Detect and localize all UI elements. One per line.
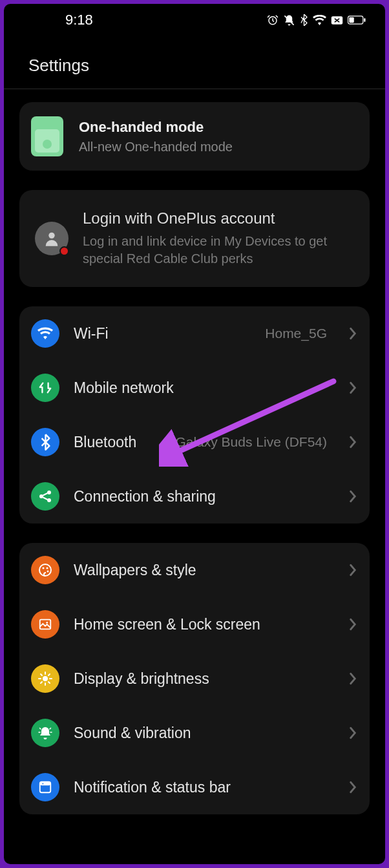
mobile-network-icon	[31, 374, 59, 402]
phone-screen: 9:18 Settings One-handed mode All-new On…	[4, 4, 385, 864]
bluetooth-status-icon	[300, 14, 308, 26]
sound-icon	[31, 719, 59, 747]
battery-icon	[348, 16, 366, 25]
notification-dot	[59, 246, 69, 256]
one-handed-icon	[31, 116, 63, 156]
display-brightness-label: Display & brightness	[74, 670, 209, 688]
mobile-network-label: Mobile network	[74, 379, 174, 397]
display-group: Wallpapers & style Home screen & Lock sc…	[19, 543, 370, 814]
chevron-right-icon	[349, 726, 357, 739]
sound-vibration-row[interactable]: Sound & vibration	[19, 706, 370, 760]
svg-rect-26	[40, 782, 51, 786]
svg-point-7	[39, 494, 43, 498]
wallpapers-icon	[31, 556, 59, 584]
chevron-right-icon	[349, 381, 357, 394]
connection-sharing-icon	[31, 482, 59, 511]
account-subtitle: Log in and link device in My Devices to …	[83, 233, 354, 268]
home-screen-label: Home screen & Lock screen	[74, 616, 260, 633]
chevron-right-icon	[349, 564, 357, 577]
svg-line-23	[41, 682, 42, 683]
svg-point-9	[47, 498, 51, 502]
bluetooth-row[interactable]: Bluetooth Galaxy Buds Live (DF54)	[19, 415, 370, 469]
svg-point-8	[47, 491, 51, 494]
svg-line-22	[48, 682, 50, 683]
notification-status-label: Notification & status bar	[74, 779, 231, 796]
brightness-icon	[31, 664, 59, 693]
svg-line-21	[41, 674, 42, 675]
status-time: 9:18	[65, 12, 93, 28]
svg-point-6	[48, 233, 54, 238]
wallpapers-label: Wallpapers & style	[74, 562, 196, 579]
one-handed-mode-card[interactable]: One-handed mode All-new One-handed mode	[19, 102, 370, 171]
svg-point-11	[43, 567, 45, 569]
svg-line-24	[48, 674, 50, 675]
one-handed-title: One-handed mode	[79, 119, 233, 136]
content: One-handed mode All-new One-handed mode …	[4, 89, 385, 834]
connectivity-group: Wi-Fi Home_5G Mobile network Bluetooth	[19, 306, 370, 524]
sound-vibration-label: Sound & vibration	[74, 725, 191, 742]
svg-rect-5	[364, 18, 365, 22]
wifi-status-icon	[313, 15, 326, 25]
chevron-right-icon	[349, 490, 357, 503]
mobile-network-row[interactable]: Mobile network	[19, 361, 370, 415]
wifi-icon	[31, 319, 59, 348]
wifi-row[interactable]: Wi-Fi Home_5G	[19, 306, 370, 361]
bluetooth-icon	[31, 428, 59, 456]
svg-point-12	[47, 567, 48, 569]
bluetooth-value: Galaxy Buds Live (DF54)	[175, 434, 327, 450]
status-icons	[267, 14, 366, 26]
chevron-right-icon	[349, 618, 357, 631]
alarm-icon	[267, 14, 279, 26]
one-handed-subtitle: All-new One-handed mode	[79, 140, 233, 154]
wallpapers-row[interactable]: Wallpapers & style	[19, 543, 370, 597]
status-bar: 9:18	[4, 4, 385, 36]
svg-point-10	[39, 564, 51, 576]
account-login-card[interactable]: Login with OnePlus account Log in and li…	[19, 190, 370, 287]
bluetooth-label: Bluetooth	[74, 434, 136, 451]
avatar	[35, 222, 68, 255]
connection-sharing-row[interactable]: Connection & sharing	[19, 469, 370, 524]
home-screen-row[interactable]: Home screen & Lock screen	[19, 597, 370, 651]
dnd-icon	[331, 16, 343, 25]
page-title: Settings	[4, 36, 385, 89]
connection-sharing-label: Connection & sharing	[74, 488, 216, 505]
svg-rect-4	[349, 17, 353, 23]
wifi-label: Wi-Fi	[74, 325, 109, 343]
svg-point-15	[46, 622, 48, 624]
account-title: Login with OnePlus account	[83, 209, 354, 228]
home-screen-icon	[31, 610, 59, 639]
chevron-right-icon	[349, 436, 357, 449]
chevron-right-icon	[349, 672, 357, 685]
notification-status-row[interactable]: Notification & status bar	[19, 760, 370, 814]
notification-bar-icon	[31, 773, 59, 801]
chevron-right-icon	[349, 781, 357, 794]
svg-point-16	[43, 676, 48, 681]
mute-icon	[283, 14, 295, 26]
display-brightness-row[interactable]: Display & brightness	[19, 651, 370, 706]
svg-point-27	[42, 783, 43, 785]
wifi-value: Home_5G	[265, 326, 327, 341]
svg-point-13	[47, 571, 49, 573]
chevron-right-icon	[349, 327, 357, 340]
